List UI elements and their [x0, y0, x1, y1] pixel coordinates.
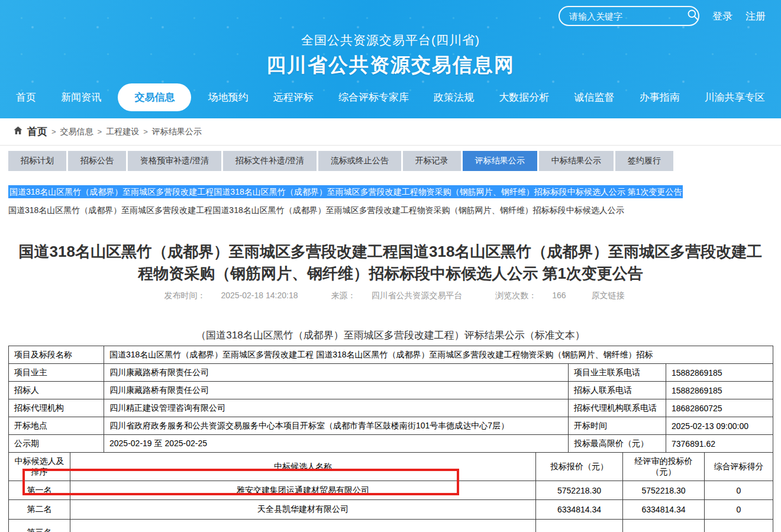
site-title: 四川省公共资源交易信息网 [0, 52, 781, 79]
tab-winning-result[interactable]: 中标结果公示 [539, 151, 614, 171]
info-label: 公示期 [9, 435, 104, 453]
publish-time: 发布时间：2025-02-18 14:20:18 [156, 291, 305, 300]
notice-link[interactable]: 国道318名山区黑竹（成都界）至雨城区多营段改建工程国道318名山区黑竹（成都界… [8, 205, 781, 216]
source: 来源：四川省公共资源交易平台 [323, 291, 470, 300]
search-icon[interactable] [687, 9, 699, 23]
article-meta: 发布时间：2025-02-18 14:20:18 来源：四川省公共资源交易平台 … [0, 291, 781, 301]
info-label: 开标地点 [9, 417, 104, 435]
candidate-rank: 第一名 [9, 481, 70, 500]
candidate-rank: 第三名 [9, 520, 70, 532]
nav-item-news[interactable]: 新闻资讯 [53, 85, 109, 110]
nav-item-remote-evaluation[interactable]: 远程评标 [265, 85, 322, 110]
candidate-score: 0 [705, 481, 773, 500]
info-label: 项目业主 [9, 364, 104, 382]
header-top-bar: 登录 注册 [0, 0, 781, 26]
result-subtitle: （国道318名山区黑竹（成都界）至雨城区多营段改建工程）评标结果公示（标准文本） [0, 328, 781, 342]
site-header: 登录 注册 全国公共资源交易平台(四川省) 四川省公共资源交易信息网 首页 新闻… [0, 0, 781, 118]
candidate-row-1: 第一名 雅安交建集团运通建材贸易有限公司 5752218.30 5752218.… [9, 481, 773, 500]
breadcrumb: 首页 > 交易信息 > 工程建设 > 评标结果公示 [0, 118, 781, 146]
page: 登录 注册 全国公共资源交易平台(四川省) 四川省公共资源交易信息网 首页 新闻… [0, 0, 781, 532]
breadcrumb-separator: > [143, 127, 148, 136]
table-row: 项目业主 四川康藏路桥有限责任公司 项目业主联系电话 15882869185 [9, 364, 773, 382]
candidate-bid: 6334814.34 [536, 500, 623, 520]
info-value: 2025-02-19 至 2025-02-25 [104, 435, 569, 453]
info-value: 15882869185 [666, 364, 773, 382]
tab-failure-or-termination[interactable]: 流标或终止公告 [318, 151, 401, 171]
info-label: 招标代理机构 [9, 399, 104, 417]
tab-bid-plan[interactable]: 招标计划 [8, 151, 66, 171]
tab-evaluation-result[interactable]: 评标结果公示 [463, 151, 537, 171]
notice-link-selected[interactable]: 国道318名山区黑竹（成都界）至雨城区多营段改建工程国道318名山区黑竹（成都界… [8, 185, 683, 198]
breadcrumb-item-engineering[interactable]: 工程建设 [106, 127, 139, 137]
tab-bid-opening-record[interactable]: 开标记录 [403, 151, 461, 171]
info-label: 招标代理机构联系电话 [569, 399, 666, 417]
table-row: 项目及标段名称 国道318名山区黑竹（成都界）至雨城区多营段改建工程 国道318… [9, 346, 773, 364]
candidate-bid [536, 520, 623, 532]
nav-item-policy[interactable]: 政策法规 [425, 85, 482, 110]
candidate-reviewed-bid: 5752218.30 [623, 481, 705, 500]
tab-prequalification-supplement[interactable]: 资格预审补遗/澄清 [128, 151, 221, 171]
info-label: 项目业主联系电话 [569, 364, 666, 382]
table-row: 招标人 四川康藏路桥有限责任公司 招标人联系电话 15882869185 [9, 382, 773, 399]
table-row: 招标代理机构 四川精正建设管理咨询有限公司 招标代理机构联系电话 1868286… [9, 399, 773, 417]
tab-bid-announcement[interactable]: 招标公告 [68, 151, 126, 171]
candidate-reviewed-bid [623, 520, 705, 532]
info-label: 项目及标段名称 [9, 346, 104, 364]
main-navigation: 首页 新闻资讯 交易信息 场地预约 远程评标 综合评标专家库 政策法规 大数据分… [0, 83, 781, 118]
tab-contract-performance[interactable]: 签约履行 [615, 151, 673, 171]
breadcrumb-separator: > [51, 127, 56, 136]
search-input[interactable] [569, 11, 687, 21]
col-header-name: 中标候选人名称 [70, 453, 536, 481]
breadcrumb-home[interactable]: 首页 [27, 125, 47, 138]
candidate-bid: 5752218.30 [536, 481, 623, 500]
info-value: 四川康藏路桥有限责任公司 [104, 382, 569, 399]
nav-item-home[interactable]: 首页 [8, 85, 44, 110]
original-link[interactable]: 原文链接 [592, 291, 625, 300]
candidate-reviewed-bid: 6334814.34 [623, 500, 705, 520]
info-value: 国道318名山区黑竹（成都界）至雨城区多营段改建工程 国道318名山区黑竹（成都… [104, 346, 773, 364]
col-header-bid: 投标报价（元） [536, 453, 623, 481]
breadcrumb-item-evaluation-result[interactable]: 评标结果公示 [152, 127, 202, 137]
candidate-name: 雅安交建集团运通建材贸易有限公司 [70, 481, 536, 500]
info-value: 四川康藏路桥有限责任公司 [104, 364, 569, 382]
evaluation-result-table: 项目及标段名称 国道318名山区黑竹（成都界）至雨城区多营段改建工程 国道318… [8, 346, 773, 532]
breadcrumb-item-trade-info[interactable]: 交易信息 [60, 127, 93, 137]
breadcrumb-separator: > [98, 127, 102, 136]
info-value: 7376891.62 [666, 435, 773, 453]
candidate-name: 天全县凯华建材有限公司 [70, 500, 536, 520]
table-row: 公示期 2025-02-19 至 2025-02-25 投标最高限价（元） 73… [9, 435, 773, 453]
nav-item-venue-booking[interactable]: 场地预约 [200, 85, 257, 110]
nav-item-service-guide[interactable]: 办事指南 [631, 85, 688, 110]
info-value: 15882869185 [666, 382, 773, 399]
nav-item-expert-database[interactable]: 综合评标专家库 [330, 85, 417, 110]
nav-item-integrity-supervision[interactable]: 诚信监督 [566, 85, 622, 110]
home-icon[interactable] [13, 125, 23, 138]
candidate-rank: 第二名 [9, 500, 70, 520]
nav-item-chuanyu-zone[interactable]: 川渝共享专区 [696, 85, 773, 110]
candidate-name [70, 520, 536, 532]
candidates-header-row: 中标候选人及排序 中标候选人名称 投标报价（元） 经评审的投标价（元） 综合评标… [9, 453, 773, 481]
login-link[interactable]: 登录 [712, 9, 732, 23]
table-row: 开标地点 四川省政府政务服务和公共资源交易服务中心本项目开标室（成都市青羊区鼓楼… [9, 417, 773, 435]
info-value: 18682860725 [666, 399, 773, 417]
site-titles: 全国公共资源交易平台(四川省) 四川省公共资源交易信息网 [0, 32, 781, 79]
nav-item-big-data[interactable]: 大数据分析 [490, 85, 557, 110]
col-header-rank: 中标候选人及排序 [9, 453, 70, 481]
category-tabs: 招标计划 招标公告 资格预审补遗/澄清 招标文件补遗/澄清 流标或终止公告 开标… [8, 151, 781, 171]
page-title: 国道318名山区黑竹（成都界）至雨城区多营段改建工程国道318名山区黑竹（成都界… [15, 241, 766, 285]
candidate-row-2: 第二名 天全县凯华建材有限公司 6334814.34 6334814.34 0 [9, 500, 773, 520]
info-value: 四川省政府政务服务和公共资源交易服务中心本项目开标室（成都市青羊区鼓楼南街101… [104, 417, 569, 435]
col-header-score: 综合评标得分 [705, 453, 773, 481]
tab-bid-doc-supplement[interactable]: 招标文件补遗/澄清 [223, 151, 317, 171]
candidate-score [705, 520, 773, 532]
view-count: 浏览次数：166 [488, 291, 573, 300]
candidate-row-3: 第三名 [9, 520, 773, 532]
info-label: 开标时间 [569, 417, 666, 435]
notice-list: 国道318名山区黑竹（成都界）至雨城区多营段改建工程国道318名山区黑竹（成都界… [8, 185, 781, 216]
info-label: 招标人联系电话 [569, 382, 666, 399]
search-box[interactable] [559, 6, 699, 26]
info-value: 四川精正建设管理咨询有限公司 [104, 399, 569, 417]
register-link[interactable]: 注册 [746, 9, 766, 23]
nav-item-trade-info[interactable]: 交易信息 [118, 83, 191, 111]
info-label: 投标最高限价（元） [569, 435, 666, 453]
